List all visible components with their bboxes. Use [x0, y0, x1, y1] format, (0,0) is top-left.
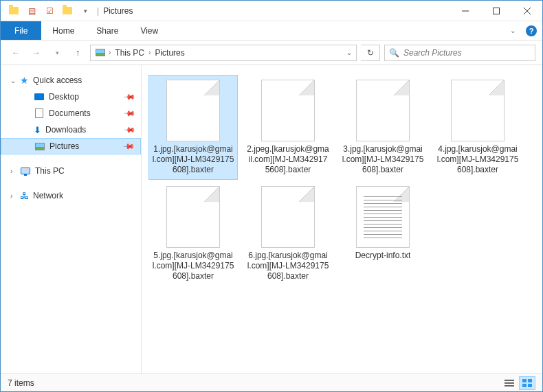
- window-title: Pictures: [103, 6, 133, 16]
- tab-home[interactable]: Home: [41, 21, 85, 40]
- nav-forward-button[interactable]: →: [28, 45, 45, 61]
- breadcrumb[interactable]: › This PC › Pictures ⌄: [90, 45, 357, 61]
- file-item[interactable]: 4.jpg.[karusjok@gmail.com][MJ-LM34291756…: [433, 75, 522, 180]
- generic-file-icon: [356, 80, 410, 141]
- pin-icon: 📌: [122, 106, 135, 119]
- title-separator: |: [97, 6, 99, 16]
- chevron-right-icon[interactable]: ›: [10, 168, 12, 175]
- file-item[interactable]: 2.jpeg.[karusjok@gmail.com][MJ-LM3429175…: [243, 75, 333, 180]
- view-toggles: [501, 376, 535, 390]
- sidebar-item-pictures[interactable]: Pictures 📌: [1, 138, 141, 154]
- item-count: 7 items: [8, 378, 34, 388]
- sidebar-item-label: Quick access: [33, 76, 82, 85]
- file-label: 6.jpg.[karusjok@gmail.com][MJ-LM34291756…: [247, 251, 329, 281]
- generic-file-icon: [166, 80, 220, 141]
- view-details-button[interactable]: [501, 376, 518, 390]
- tab-view[interactable]: View: [129, 21, 169, 40]
- quick-access-toolbar: ▤ ☑ ▾: [6, 3, 93, 19]
- file-label: 1.jpg.[karusjok@gmail.com][MJ-LM34291756…: [152, 144, 234, 175]
- nav-up-button[interactable]: ↑: [69, 45, 86, 61]
- chevron-right-icon[interactable]: ›: [109, 49, 111, 56]
- body: ⌄ ★ Quick access Desktop 📌 Documents 📌 ⬇…: [1, 65, 542, 373]
- explorer-window: ▤ ☑ ▾ | Pictures File Home Share View ⌄ …: [0, 0, 543, 392]
- generic-file-icon: [261, 186, 315, 248]
- qat-folder-icon[interactable]: [60, 3, 75, 19]
- download-icon: ⬇: [34, 125, 41, 135]
- search-box[interactable]: 🔍: [384, 45, 535, 61]
- file-label: 4.jpg.[karusjok@gmail.com][MJ-LM34291756…: [436, 144, 519, 175]
- search-input[interactable]: [403, 48, 531, 58]
- pin-icon: 📌: [122, 139, 135, 152]
- sidebar-item-desktop[interactable]: Desktop 📌: [1, 89, 141, 105]
- sidebar-item-label: This PC: [35, 166, 65, 176]
- file-label: 2.jpeg.[karusjok@gmail.com][MJ-LM3429175…: [247, 144, 329, 175]
- file-pane[interactable]: 1.jpg.[karusjok@gmail.com][MJ-LM34291756…: [142, 65, 542, 373]
- sidebar-item-network[interactable]: › 🖧 Network: [1, 187, 141, 204]
- file-item[interactable]: 1.jpg.[karusjok@gmail.com][MJ-LM34291756…: [148, 75, 238, 180]
- refresh-button[interactable]: ↻: [361, 45, 380, 61]
- file-item[interactable]: Decrypt-info.txt: [338, 181, 428, 286]
- ribbon-expand-icon[interactable]: ⌄: [502, 21, 523, 40]
- sidebar-item-downloads[interactable]: ⬇ Downloads 📌: [1, 122, 141, 138]
- svg-rect-1: [493, 8, 499, 14]
- nav-recent-dropdown[interactable]: ▾: [49, 45, 65, 61]
- minimize-button[interactable]: [450, 1, 480, 21]
- sidebar-item-label: Downloads: [45, 125, 86, 135]
- sidebar-item-documents[interactable]: Documents 📌: [1, 105, 141, 122]
- sidebar-item-label: Desktop: [49, 92, 79, 102]
- app-icon: [6, 3, 21, 19]
- tab-share[interactable]: Share: [85, 21, 129, 40]
- breadcrumb-dropdown-icon[interactable]: ⌄: [346, 49, 352, 56]
- file-label: 5.jpg.[karusjok@gmail.com][MJ-LM34291756…: [152, 251, 234, 281]
- pin-icon: 📌: [122, 90, 135, 103]
- breadcrumb-folder[interactable]: Pictures: [153, 48, 186, 58]
- help-icon[interactable]: ?: [526, 25, 537, 36]
- svg-rect-8: [528, 379, 532, 382]
- generic-file-icon: [451, 80, 505, 141]
- svg-rect-9: [522, 384, 527, 387]
- ribbon: File Home Share View ⌄ ?: [1, 21, 542, 41]
- sidebar-item-quick-access[interactable]: ⌄ ★ Quick access: [1, 72, 141, 89]
- svg-rect-6: [505, 385, 514, 387]
- view-thumbnails-button[interactable]: [519, 376, 535, 390]
- breadcrumb-root[interactable]: This PC: [113, 48, 146, 58]
- svg-rect-10: [528, 384, 532, 387]
- qat-checkbox-icon[interactable]: ☑: [42, 3, 57, 19]
- file-label: Decrypt-info.txt: [355, 251, 411, 261]
- breadcrumb-pic-icon: [95, 47, 106, 58]
- svg-rect-7: [522, 379, 527, 382]
- addressbar: ← → ▾ ↑ › This PC › Pictures ⌄ ↻ 🔍: [1, 41, 542, 65]
- file-label: 3.jpg.[karusjok@gmail.com][MJ-LM34291756…: [342, 144, 424, 175]
- close-button[interactable]: [511, 1, 542, 21]
- pictures-icon: [34, 141, 45, 152]
- sidebar-item-this-pc[interactable]: › This PC: [1, 163, 141, 179]
- file-item[interactable]: 3.jpg.[karusjok@gmail.com][MJ-LM34291756…: [338, 75, 428, 180]
- file-item[interactable]: 5.jpg.[karusjok@gmail.com][MJ-LM34291756…: [148, 181, 238, 286]
- chevron-down-icon[interactable]: ⌄: [10, 77, 16, 84]
- file-item[interactable]: 6.jpg.[karusjok@gmail.com][MJ-LM34291756…: [243, 181, 333, 286]
- svg-rect-4: [505, 380, 514, 381]
- document-icon: [34, 108, 45, 119]
- sidebar-item-label: Pictures: [49, 141, 79, 151]
- qat-properties-icon[interactable]: ▤: [24, 3, 39, 19]
- network-icon: 🖧: [20, 191, 29, 201]
- star-icon: ★: [20, 75, 29, 86]
- search-icon: 🔍: [389, 48, 399, 58]
- generic-file-icon: [166, 186, 220, 248]
- text-file-icon: [356, 186, 410, 248]
- svg-rect-5: [505, 382, 514, 384]
- sidebar-item-label: Network: [33, 191, 63, 200]
- nav-back-button[interactable]: ←: [8, 45, 24, 61]
- window-controls: [450, 1, 542, 21]
- navigation-pane: ⌄ ★ Quick access Desktop 📌 Documents 📌 ⬇…: [1, 65, 142, 373]
- tab-file[interactable]: File: [1, 21, 41, 40]
- statusbar: 7 items: [1, 373, 542, 391]
- file-grid: 1.jpg.[karusjok@gmail.com][MJ-LM34291756…: [148, 75, 535, 286]
- monitor-icon: [20, 165, 31, 176]
- maximize-button[interactable]: [480, 1, 511, 21]
- generic-file-icon: [261, 80, 315, 141]
- chevron-right-icon[interactable]: ›: [10, 192, 12, 200]
- titlebar: ▤ ☑ ▾ | Pictures: [1, 1, 542, 21]
- qat-dropdown-icon[interactable]: ▾: [78, 3, 93, 19]
- chevron-right-icon[interactable]: ›: [148, 49, 151, 56]
